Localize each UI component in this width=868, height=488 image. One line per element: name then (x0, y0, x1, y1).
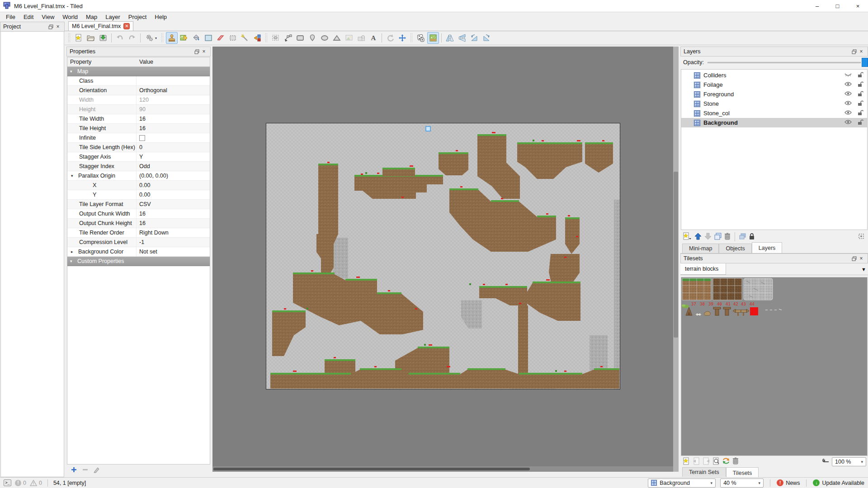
property-row-stagger-axis[interactable]: Stagger AxisY (67, 152, 210, 162)
new-file-button[interactable] (73, 32, 85, 44)
property-row-infinite[interactable]: Infinite (67, 133, 210, 143)
insert-tile-tool[interactable] (343, 32, 355, 44)
property-row-parallax-origin[interactable]: ▾Parallax Origin(0.00, 0.00) (67, 171, 210, 181)
news-button[interactable]: ! News (777, 479, 800, 486)
document-tab[interactable]: M6 Level_Final.tmx ✕ (68, 21, 133, 31)
remove-layer-button[interactable] (724, 232, 731, 242)
property-row-output-chunk-height[interactable]: Output Chunk Height16 (67, 219, 210, 228)
property-group-custom-properties[interactable]: ▾Custom Properties (67, 257, 210, 266)
infinite-checkbox[interactable] (139, 135, 145, 141)
property-row-parallax-x[interactable]: X0.00 (67, 181, 210, 190)
property-row-height[interactable]: Height90 (67, 105, 210, 114)
unlock-icon[interactable] (858, 71, 863, 79)
tileset-tab-terrain-blocks[interactable]: terrain blocks (680, 263, 726, 275)
menu-world[interactable]: World (58, 13, 82, 21)
toolbar-drag-handle[interactable] (265, 33, 268, 43)
zoom-combobox[interactable]: 40 % ▾ (720, 479, 764, 488)
float-panel-icon[interactable] (850, 48, 858, 55)
export-tileset-button[interactable] (702, 457, 710, 467)
close-button[interactable]: × (848, 0, 868, 12)
unlock-icon[interactable] (858, 119, 863, 127)
flip-horizontal-button[interactable] (444, 32, 456, 44)
close-panel-icon[interactable]: × (54, 23, 61, 30)
visibility-eye-closed-icon[interactable] (844, 72, 852, 79)
save-button[interactable] (97, 32, 109, 44)
minimize-button[interactable]: – (807, 0, 827, 12)
insert-text-tool[interactable]: A (368, 32, 379, 44)
column-property[interactable]: Property (67, 59, 136, 65)
tileset-zoom-combobox[interactable]: 100 % ▾ (832, 457, 866, 466)
visibility-eye-icon[interactable] (844, 81, 852, 88)
console-icon[interactable]: >_ (4, 479, 11, 486)
vertical-scrollbar[interactable] (673, 47, 679, 472)
property-row-tile-width[interactable]: Tile Width16 (67, 114, 210, 124)
menu-view[interactable]: View (38, 13, 58, 21)
tab-terrain-sets[interactable]: Terrain Sets (682, 467, 726, 477)
property-row-tile-side-length[interactable]: Tile Side Length (Hex)0 (67, 143, 210, 152)
magic-wand-tool[interactable] (239, 32, 251, 44)
float-panel-icon[interactable] (47, 23, 54, 30)
property-row-background-color[interactable]: ▸Background ColorNot set (67, 247, 210, 257)
float-panel-icon[interactable] (850, 255, 858, 262)
horizontal-scrollbar[interactable] (212, 466, 673, 472)
select-same-tile-tool[interactable] (251, 32, 263, 44)
layer-row-stone[interactable]: Stone (681, 99, 867, 108)
commands-button[interactable]: ▾ (143, 32, 159, 44)
embed-tileset-button[interactable] (692, 457, 700, 467)
bucket-fill-tool[interactable] (190, 32, 202, 44)
insert-template-tool[interactable] (355, 32, 367, 44)
warning-counter[interactable]: 0 (30, 480, 42, 486)
remove-tileset-button[interactable] (732, 457, 739, 466)
raise-layer-button[interactable] (694, 232, 702, 242)
tab-objects[interactable]: Objects (719, 244, 751, 253)
layer-row-background[interactable]: Background (681, 118, 867, 127)
visibility-eye-icon[interactable] (844, 91, 852, 98)
menu-layer[interactable]: Layer (101, 13, 124, 21)
insert-rectangle-tool[interactable] (294, 32, 306, 44)
edit-property-button[interactable] (93, 466, 100, 474)
property-group-map[interactable]: ▾Map (67, 67, 210, 76)
lock-layer-button[interactable] (749, 233, 755, 241)
reset-zoom-icon[interactable] (822, 458, 830, 465)
unlock-icon[interactable] (858, 90, 863, 98)
insert-ellipse-tool[interactable] (319, 32, 330, 44)
menu-help[interactable]: Help (151, 13, 171, 21)
visibility-eye-icon[interactable] (844, 100, 852, 107)
shape-fill-tool[interactable] (203, 32, 214, 44)
update-available-button[interactable]: ↓ Update Available (813, 479, 864, 486)
property-row-compression-level[interactable]: Compression Level-1 (67, 238, 210, 247)
layer-row-foilage[interactable]: Foilage (681, 80, 867, 89)
property-row-tile-height[interactable]: Tile Height16 (67, 124, 210, 133)
edit-polygons-tool[interactable] (282, 32, 294, 44)
insert-point-tool[interactable] (307, 32, 318, 44)
property-row-parallax-y[interactable]: Y0.00 (67, 190, 210, 200)
insert-polygon-tool[interactable] (331, 32, 343, 44)
eraser-tool[interactable] (215, 32, 226, 44)
add-property-button[interactable] (71, 466, 77, 474)
opacity-slider[interactable] (708, 58, 868, 67)
close-panel-icon[interactable]: × (858, 48, 865, 55)
menu-file[interactable]: File (2, 13, 19, 21)
visibility-eye-icon[interactable] (844, 119, 852, 126)
property-row-stagger-index[interactable]: Stagger IndexOdd (67, 162, 210, 171)
tab-close-icon[interactable]: ✕ (123, 23, 130, 29)
random-mode-button[interactable] (415, 32, 427, 44)
undo-button[interactable] (114, 32, 126, 44)
remove-property-button[interactable] (82, 466, 89, 474)
property-row-tile-layer-format[interactable]: Tile Layer FormatCSV (67, 200, 210, 209)
tab-tilesets[interactable]: Tilesets (726, 467, 759, 478)
stamp-brush-tool[interactable] (166, 32, 178, 44)
menu-map[interactable]: Map (82, 13, 101, 21)
new-tileset-button[interactable] (682, 457, 690, 467)
layer-row-foreground[interactable]: Foreground (681, 89, 867, 99)
error-counter[interactable]: ! 0 (15, 480, 26, 486)
rotate-right-button[interactable] (481, 32, 492, 44)
duplicate-layer-button[interactable] (714, 232, 722, 242)
horizontal-scrollbar-thumb[interactable] (213, 468, 530, 470)
visibility-eye-icon[interactable] (844, 110, 852, 117)
column-value[interactable]: Value (136, 57, 210, 66)
unlock-icon[interactable] (858, 100, 863, 108)
toolbar-drag-handle[interactable] (68, 33, 71, 43)
terrain-brush-tool[interactable] (178, 32, 190, 44)
toggle-other-layers-button[interactable] (739, 233, 747, 241)
